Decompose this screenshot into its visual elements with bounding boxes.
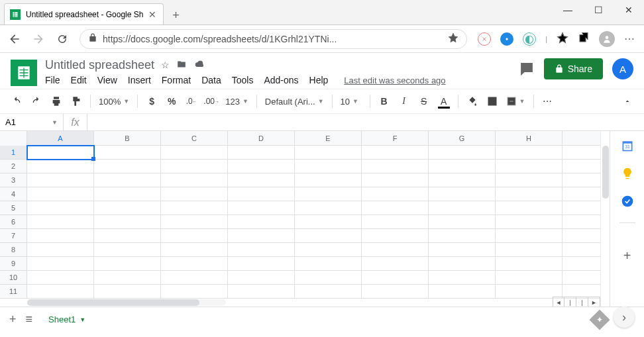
addons-plus-button[interactable]: + — [623, 248, 631, 264]
menu-file[interactable]: File — [45, 75, 60, 85]
favorite-star-icon[interactable] — [448, 32, 458, 45]
row-header[interactable]: 10 — [0, 271, 27, 285]
increase-decimal-button[interactable]: .00→ — [203, 93, 220, 110]
cell[interactable] — [27, 271, 94, 285]
cell[interactable] — [429, 187, 496, 201]
cell[interactable] — [228, 229, 295, 243]
cell[interactable] — [563, 187, 600, 201]
cell[interactable] — [295, 271, 362, 285]
cell[interactable] — [161, 146, 228, 160]
cell[interactable] — [563, 146, 600, 160]
cell[interactable] — [94, 243, 161, 257]
cell[interactable] — [228, 271, 295, 285]
menu-view[interactable]: View — [97, 75, 117, 85]
spreadsheet-grid[interactable]: ABCDEFGH 1234567891011 ◄ | | ► — [0, 131, 600, 307]
cell[interactable] — [228, 257, 295, 271]
cell[interactable] — [27, 257, 94, 271]
new-tab-button[interactable]: + — [166, 6, 185, 24]
borders-button[interactable] — [484, 93, 501, 110]
zoom-dropdown[interactable]: 100%▼ — [96, 97, 132, 107]
cell[interactable] — [429, 146, 496, 160]
cell[interactable] — [429, 257, 496, 271]
cell[interactable] — [429, 160, 496, 173]
cell[interactable] — [496, 160, 563, 173]
cell[interactable] — [27, 229, 94, 243]
cell[interactable] — [161, 243, 228, 257]
cell[interactable] — [362, 201, 429, 215]
number-format-dropdown[interactable]: 123▼ — [223, 97, 251, 107]
explore-button[interactable]: ✦ — [589, 309, 610, 330]
ext-icon-1[interactable] — [478, 32, 491, 46]
merge-cells-button[interactable]: ▼ — [504, 96, 528, 107]
cell[interactable] — [362, 257, 429, 271]
cell[interactable] — [362, 271, 429, 285]
more-button[interactable]: ⋯ — [624, 32, 636, 45]
cell[interactable] — [94, 201, 161, 215]
cell[interactable] — [295, 229, 362, 243]
column-header[interactable]: D — [228, 131, 295, 145]
currency-button[interactable]: $ — [143, 93, 160, 110]
cell[interactable] — [295, 173, 362, 187]
cell[interactable] — [563, 257, 600, 271]
menu-add-ons[interactable]: Add-ons — [264, 75, 298, 85]
cell[interactable] — [161, 187, 228, 201]
cell[interactable] — [496, 257, 563, 271]
cell[interactable] — [429, 243, 496, 257]
cell[interactable] — [429, 285, 496, 299]
strikethrough-button[interactable]: S — [415, 93, 433, 110]
back-button[interactable] — [8, 32, 21, 46]
cell[interactable] — [94, 215, 161, 229]
cell[interactable] — [563, 173, 600, 187]
cell[interactable] — [228, 201, 295, 215]
cell[interactable] — [429, 215, 496, 229]
favorites-icon[interactable] — [557, 32, 568, 46]
cell[interactable] — [94, 160, 161, 173]
cell[interactable] — [94, 146, 161, 160]
cell[interactable] — [496, 271, 563, 285]
cell[interactable] — [27, 160, 94, 173]
cell[interactable] — [161, 285, 228, 299]
cell[interactable] — [496, 201, 563, 215]
vertical-scrollbar[interactable] — [600, 131, 610, 307]
column-header[interactable]: E — [295, 131, 362, 145]
move-icon[interactable] — [176, 60, 187, 71]
cell[interactable] — [496, 243, 563, 257]
cell[interactable] — [563, 243, 600, 257]
paint-format-button[interactable] — [68, 93, 85, 110]
cell[interactable] — [563, 201, 600, 215]
cell[interactable] — [429, 271, 496, 285]
keep-icon[interactable] — [621, 167, 634, 180]
cell[interactable] — [27, 146, 94, 160]
cell[interactable] — [295, 243, 362, 257]
font-dropdown[interactable]: Default (Ari...▼ — [262, 97, 327, 107]
comment-history-icon[interactable] — [519, 61, 535, 77]
cell[interactable] — [362, 173, 429, 187]
cell[interactable] — [563, 271, 600, 285]
cell[interactable] — [228, 243, 295, 257]
cell[interactable] — [295, 187, 362, 201]
menu-format[interactable]: Format — [162, 75, 191, 85]
share-button[interactable]: Share — [544, 58, 603, 79]
select-all-corner[interactable] — [0, 131, 27, 146]
profile-avatar[interactable] — [599, 31, 615, 47]
add-sheet-button[interactable]: + — [9, 313, 17, 326]
cell[interactable] — [563, 229, 600, 243]
text-color-button[interactable]: A — [435, 93, 453, 110]
column-header[interactable]: C — [161, 131, 228, 145]
reload-button[interactable] — [56, 32, 69, 46]
cell[interactable] — [27, 173, 94, 187]
cell[interactable] — [362, 187, 429, 201]
fill-color-button[interactable] — [464, 93, 481, 110]
cell[interactable] — [362, 146, 429, 160]
bold-button[interactable]: B — [376, 93, 393, 110]
row-header[interactable]: 2 — [0, 160, 27, 173]
cell[interactable] — [161, 160, 228, 173]
hide-menus-button[interactable] — [619, 93, 636, 110]
cell[interactable] — [429, 173, 496, 187]
column-header[interactable]: B — [94, 131, 161, 145]
ext-icon-2[interactable] — [500, 32, 513, 46]
column-header[interactable] — [563, 131, 600, 145]
url-field[interactable]: https://docs.google.com/spreadsheets/d/1… — [80, 29, 467, 49]
formula-bar[interactable] — [87, 114, 644, 130]
cell[interactable] — [228, 215, 295, 229]
